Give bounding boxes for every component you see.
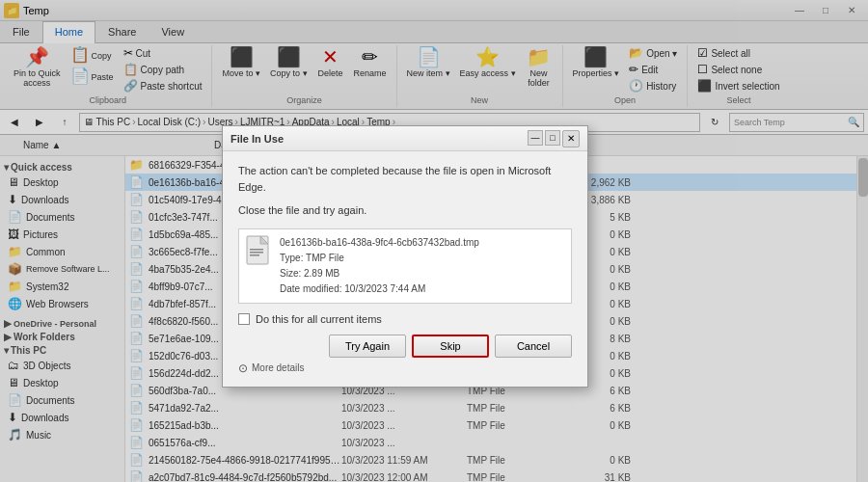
dialog-message2: Close the file and try again. <box>238 202 572 219</box>
skip-button[interactable]: Skip <box>412 335 489 358</box>
svg-rect-2 <box>250 249 263 251</box>
dialog-close-button[interactable]: ✕ <box>562 130 580 147</box>
more-details-button[interactable]: ⊙ More details <box>238 362 572 375</box>
dialog-title: File In Use <box>231 133 284 145</box>
dialog-checkbox-row: Do this for all current items <box>238 313 572 325</box>
more-details-icon: ⊙ <box>238 362 248 375</box>
dialog-buttons: Try Again Skip Cancel <box>238 335 572 358</box>
dialog-filename: 0e16136b-ba16-438a-9fc4-6cb637432bad.tmp <box>280 235 479 251</box>
dialog-body: The action can't be completed because th… <box>223 151 587 387</box>
dialog-file-details: 0e16136b-ba16-438a-9fc4-6cb637432bad.tmp… <box>280 235 479 297</box>
dialog-message1: The action can't be completed because th… <box>238 163 572 195</box>
dialog-maximize-button[interactable]: □ <box>545 130 560 146</box>
svg-rect-3 <box>250 252 263 254</box>
try-again-button[interactable]: Try Again <box>329 335 406 358</box>
file-in-use-dialog: File In Use — □ ✕ The action can't be co… <box>222 125 588 388</box>
cancel-button[interactable]: Cancel <box>495 335 572 358</box>
svg-rect-4 <box>250 254 259 256</box>
dialog-minimize-button[interactable]: — <box>528 130 543 146</box>
dialog-filedate: Date modified: 10/3/2023 7:44 AM <box>280 281 479 297</box>
do-for-all-checkbox[interactable] <box>238 313 250 325</box>
checkbox-label: Do this for all current items <box>256 313 382 325</box>
dialog-titlebar: File In Use — □ ✕ <box>223 126 587 151</box>
dialog-filetype: Type: TMP File <box>280 251 479 266</box>
dialog-filesize: Size: 2.89 MB <box>280 266 479 281</box>
dialog-overlay: File In Use — □ ✕ The action can't be co… <box>0 0 868 482</box>
more-details-label: More details <box>252 362 304 373</box>
dialog-file-info: 0e16136b-ba16-438a-9fc4-6cb637432bad.tmp… <box>238 228 572 304</box>
file-type-icon <box>245 235 272 272</box>
